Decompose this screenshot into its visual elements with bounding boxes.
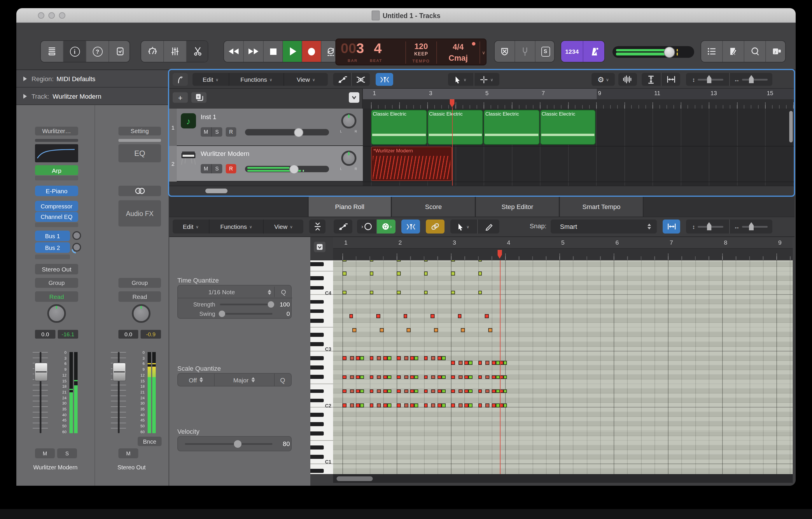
master-mute-button[interactable] [495, 41, 515, 62]
midi-note[interactable] [387, 403, 391, 408]
apple-loops-button[interactable] [744, 41, 765, 62]
track-header-2[interactable] [169, 146, 363, 182]
midi-note[interactable] [492, 361, 496, 365]
tab-smart-tempo[interactable]: Smart Tempo [560, 197, 643, 217]
black-key[interactable] [310, 309, 333, 313]
midi-note[interactable] [370, 260, 374, 262]
midi-note[interactable] [349, 314, 353, 318]
midi-note[interactable] [465, 375, 469, 379]
midi-region[interactable]: Classic Electric [484, 109, 539, 144]
editor-horizontal-zoom-slider[interactable]: ↔ [729, 219, 772, 234]
strip1-empty-slot[interactable] [35, 176, 78, 181]
master-volume-slider[interactable] [612, 46, 694, 58]
strip2-group-slot[interactable]: Group [118, 278, 161, 288]
white-key[interactable] [310, 436, 333, 440]
collapse-button[interactable] [309, 219, 325, 234]
strip2-mute-button[interactable]: M [118, 448, 138, 458]
black-key[interactable] [310, 469, 333, 473]
flex-button[interactable] [351, 73, 370, 86]
midi-note[interactable] [486, 389, 490, 393]
midi-note[interactable] [465, 389, 469, 393]
editor-view-menu[interactable]: View∨ [264, 223, 303, 230]
midi-note[interactable] [459, 389, 463, 393]
midi-note[interactable] [478, 260, 482, 262]
editor-pencil-tool[interactable] [477, 219, 500, 234]
midi-note[interactable] [370, 389, 374, 393]
midi-note[interactable] [360, 403, 364, 408]
midi-note[interactable] [377, 375, 381, 379]
strip2-format-button[interactable] [118, 186, 161, 196]
midi-note[interactable] [410, 375, 414, 379]
ruler-bar-number[interactable]: 9 [778, 239, 782, 246]
midi-note[interactable] [387, 375, 391, 379]
white-key[interactable] [310, 304, 333, 309]
white-key[interactable] [310, 473, 333, 474]
midi-note[interactable] [461, 328, 465, 332]
waveform-zoom-button[interactable] [618, 73, 637, 86]
ruler-bar-number[interactable]: 2 [399, 239, 402, 246]
midi-note[interactable] [410, 356, 414, 360]
disclosure-triangle-icon[interactable] [23, 94, 27, 99]
tracks-back-button[interactable] [173, 73, 188, 86]
strip1-gain-value[interactable]: -16.1 [58, 330, 78, 338]
midi-note[interactable] [397, 389, 401, 393]
midi-note[interactable] [441, 375, 445, 379]
strip1-pan-value[interactable]: 0.0 [35, 330, 55, 338]
toolbar-toggle-button[interactable] [109, 41, 129, 62]
midi-note[interactable] [377, 389, 381, 393]
midi-note[interactable] [342, 272, 347, 276]
editor-vertical-zoom-slider[interactable]: ↕ [686, 219, 729, 234]
tracks-settings-button[interactable]: ⚙∨ [591, 73, 615, 86]
track-1-mute-button[interactable]: M [201, 127, 211, 137]
black-key[interactable] [310, 398, 333, 403]
midi-note[interactable] [387, 389, 391, 393]
midi-note[interactable] [410, 389, 414, 393]
midi-region[interactable]: Classic Electric [540, 109, 596, 144]
track-1-volume-thumb[interactable] [294, 128, 303, 137]
black-key[interactable] [310, 342, 333, 347]
midi-note[interactable] [468, 375, 472, 379]
ruler-bar-number[interactable]: 4 [507, 239, 511, 246]
midi-note[interactable] [414, 389, 418, 393]
track-2-pan-knob[interactable] [341, 151, 356, 166]
strip1-automation-mode[interactable]: Read [35, 291, 78, 302]
midi-note[interactable] [451, 389, 455, 393]
scale-type-select[interactable]: Major [214, 374, 274, 386]
horizontal-auto-zoom-button[interactable] [661, 73, 680, 86]
midi-note[interactable] [370, 272, 374, 276]
midi-note[interactable] [403, 314, 407, 318]
editor-hscroll[interactable] [333, 474, 793, 483]
ruler-bar-number[interactable]: 3 [453, 239, 456, 246]
strip2-gain-value[interactable]: -0.9 [141, 330, 161, 338]
ruler-bar-number[interactable]: 3 [429, 90, 432, 96]
white-key[interactable] [310, 314, 333, 319]
midi-note[interactable] [383, 403, 387, 408]
track-1-record-button[interactable]: R [226, 127, 236, 137]
midi-note[interactable] [478, 403, 482, 408]
midi-note[interactable] [397, 272, 401, 276]
midi-note[interactable] [376, 314, 380, 318]
lcd-display[interactable]: 003 4 BAR BEAT 120 KEEP TEMPO 4/4 Cmaj ∨ [336, 38, 487, 65]
ruler-bar-number[interactable]: 13 [710, 90, 717, 96]
ruler-bar-number[interactable]: 8 [724, 239, 727, 246]
black-key[interactable] [310, 389, 333, 393]
smart-controls-button[interactable] [141, 41, 163, 62]
velocity-slider[interactable] [185, 443, 272, 445]
disclosure-triangle-icon[interactable] [23, 76, 27, 81]
midi-note[interactable] [486, 403, 490, 408]
midi-note[interactable] [404, 375, 408, 379]
midi-note[interactable] [478, 375, 482, 379]
midi-note[interactable] [459, 361, 463, 365]
rewind-button[interactable] [224, 41, 243, 62]
ruler-bar-number[interactable]: 1 [373, 90, 376, 96]
strip2-pan-knob[interactable] [132, 304, 150, 323]
midi-note[interactable] [468, 389, 472, 393]
strip2-pan-value[interactable]: 0.0 [118, 330, 138, 338]
stop-button[interactable] [263, 41, 282, 62]
horizontal-zoom-slider[interactable]: ↔ [729, 73, 772, 86]
tuner-button[interactable] [515, 41, 535, 62]
midi-note[interactable] [431, 389, 435, 393]
midi-note[interactable] [342, 375, 347, 379]
midi-note[interactable] [397, 356, 401, 360]
strip2-eq-thumbnail[interactable]: EQ [118, 144, 161, 162]
